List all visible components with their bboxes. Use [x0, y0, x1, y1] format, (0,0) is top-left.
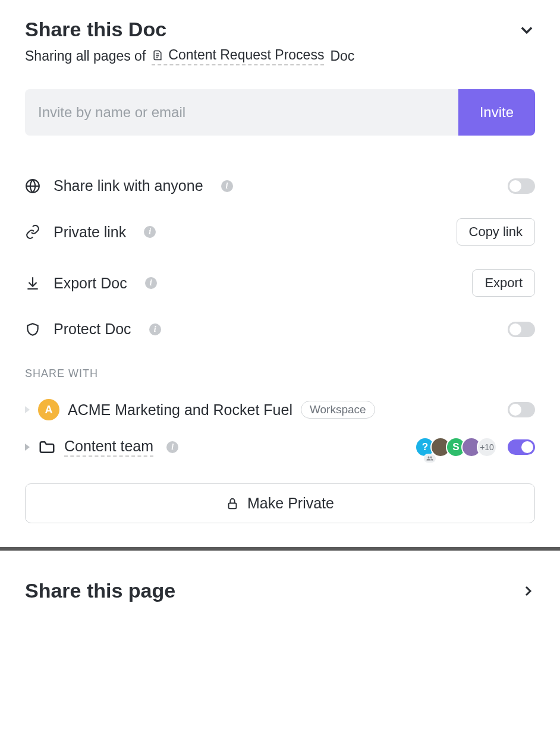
export-button[interactable]: Export [472, 269, 535, 297]
chevron-right-icon[interactable] [521, 584, 535, 598]
make-private-button[interactable]: Make Private [25, 483, 535, 523]
shield-icon [25, 322, 40, 337]
share-doc-title: Share this Doc [25, 18, 166, 41]
copy-link-button[interactable]: Copy link [457, 218, 535, 246]
expand-caret-icon[interactable] [25, 406, 30, 413]
info-icon[interactable]: i [149, 323, 161, 335]
workspace-share-toggle[interactable] [508, 402, 535, 417]
invite-input[interactable] [25, 89, 458, 136]
download-icon [25, 275, 40, 291]
share-row-folder: Content team i ? S +10 [25, 429, 535, 466]
folder-name[interactable]: Content team [64, 438, 153, 457]
svg-rect-7 [229, 503, 237, 508]
lock-icon [226, 496, 239, 511]
info-icon[interactable]: i [221, 180, 233, 192]
info-icon[interactable]: i [144, 226, 156, 238]
subtitle-suffix: Doc [330, 48, 354, 64]
chevron-down-icon[interactable] [518, 21, 535, 38]
subtitle-prefix: Sharing all pages of [25, 48, 146, 64]
share-link-label: Share link with anyone [54, 177, 203, 194]
share-link-toggle[interactable] [508, 178, 535, 194]
expand-caret-icon[interactable] [25, 444, 30, 451]
member-avatars[interactable]: ? S +10 [415, 437, 497, 457]
subtitle: Sharing all pages of Content Request Pro… [25, 47, 535, 65]
folder-icon [38, 438, 56, 456]
info-icon[interactable]: i [166, 441, 178, 453]
invite-button[interactable]: Invite [458, 89, 535, 136]
protect-doc-label: Protect Doc [54, 320, 131, 338]
globe-icon [25, 178, 40, 194]
link-icon [25, 224, 40, 240]
private-link-label: Private link [54, 224, 126, 241]
protect-doc-toggle[interactable] [508, 322, 535, 337]
avatar-more-count[interactable]: +10 [477, 437, 497, 457]
workspace-tag: Workspace [301, 401, 375, 419]
people-badge-icon [423, 454, 436, 463]
doc-chip[interactable]: Content Request Process [152, 47, 324, 65]
doc-name: Content Request Process [168, 47, 324, 63]
export-doc-label: Export Doc [54, 275, 127, 292]
share-row-workspace: A ACME Marketing and Rocket Fuel Workspa… [25, 391, 535, 429]
info-icon[interactable]: i [145, 277, 157, 289]
document-icon [152, 48, 163, 62]
share-page-title: Share this page [25, 579, 175, 602]
workspace-avatar: A [38, 399, 59, 420]
workspace-name[interactable]: ACME Marketing and Rocket Fuel [68, 401, 292, 419]
folder-share-toggle[interactable] [508, 439, 535, 455]
share-with-section-label: SHARE WITH [25, 367, 535, 380]
make-private-label: Make Private [247, 495, 334, 512]
